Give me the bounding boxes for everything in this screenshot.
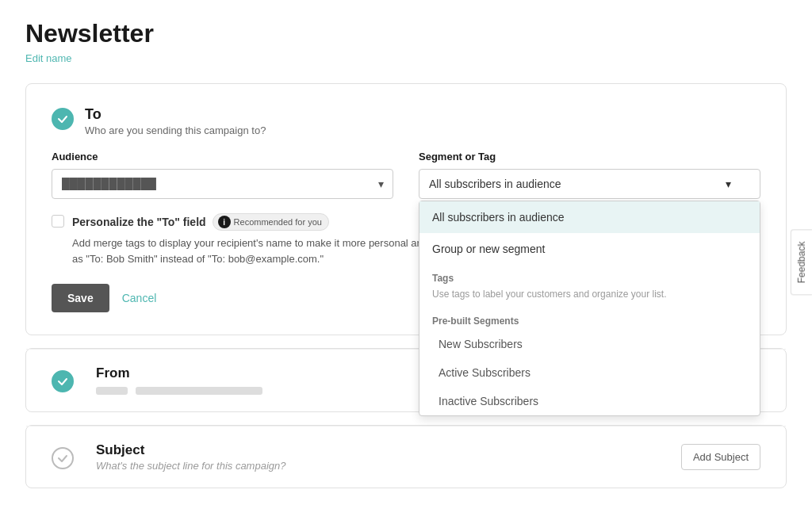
fields-row: Audience ████████████ ▾ Segment or Tag A… bbox=[52, 151, 760, 199]
segment-selected-value: All subscribers in audience bbox=[429, 178, 561, 190]
dropdown-item-all-label: All subscribers in audience bbox=[432, 211, 565, 224]
from-check-icon bbox=[52, 370, 74, 392]
feedback-tab[interactable]: Feedback bbox=[791, 229, 812, 295]
tags-section-header: Tags bbox=[419, 265, 760, 287]
prebuilt-new-subscribers[interactable]: New Subscribers bbox=[419, 330, 760, 358]
add-subject-button[interactable]: Add Subject bbox=[681, 444, 760, 470]
to-check-icon bbox=[52, 108, 74, 130]
prebuilt-active-subscribers[interactable]: Active Subscribers bbox=[419, 358, 760, 387]
to-section-info: To Who are you sending this campaign to? bbox=[85, 106, 266, 136]
subject-subtitle: What's the subject line for this campaig… bbox=[96, 460, 670, 472]
segment-dropdown-display[interactable]: All subscribers in audience ▾ bbox=[419, 169, 760, 199]
cancel-button[interactable]: Cancel bbox=[122, 292, 157, 304]
save-button[interactable]: Save bbox=[52, 284, 109, 312]
segment-select-wrapper: All subscribers in audience ▾ All subscr… bbox=[419, 169, 760, 199]
segment-label: Segment or Tag bbox=[419, 151, 760, 163]
audience-select-wrapper: ████████████ ▾ bbox=[52, 169, 393, 199]
audience-label: Audience bbox=[52, 151, 393, 163]
to-section-subtitle: Who are you sending this campaign to? bbox=[85, 124, 266, 136]
prebuilt-inactive-subscribers[interactable]: Inactive Subscribers bbox=[419, 387, 760, 415]
main-card: To Who are you sending this campaign to?… bbox=[25, 83, 787, 335]
subject-content: Subject What's the subject line for this… bbox=[96, 442, 670, 472]
recommended-badge: i Recommended for you bbox=[213, 213, 329, 231]
page-title: Newsletter bbox=[25, 19, 787, 48]
segment-dropdown-menu: All subscribers in audience Group or new… bbox=[419, 201, 760, 416]
prebuilt-section-header: Pre-built Segments bbox=[419, 308, 760, 330]
audience-select[interactable]: ████████████ bbox=[52, 169, 393, 199]
personalize-checkbox[interactable] bbox=[52, 215, 64, 228]
audience-field-group: Audience ████████████ ▾ bbox=[52, 151, 393, 199]
to-section-title: To bbox=[85, 106, 266, 123]
dropdown-item-all[interactable]: All subscribers in audience bbox=[419, 201, 760, 233]
to-section-header: To Who are you sending this campaign to? bbox=[52, 106, 760, 136]
subject-section-row: Subject What's the subject line for this… bbox=[26, 426, 786, 488]
tags-section-desc: Use tags to label your customers and org… bbox=[419, 287, 760, 308]
segment-field-group: Segment or Tag All subscribers in audien… bbox=[419, 151, 760, 199]
badge-info-icon: i bbox=[218, 216, 231, 228]
segment-chevron-icon: ▾ bbox=[726, 178, 731, 190]
subject-circle-icon bbox=[52, 447, 74, 469]
subject-title: Subject bbox=[96, 442, 670, 458]
dropdown-item-group-label: Group or new segment bbox=[432, 243, 545, 255]
dropdown-item-group[interactable]: Group or new segment bbox=[419, 233, 760, 265]
edit-name-link[interactable]: Edit name bbox=[25, 52, 72, 64]
